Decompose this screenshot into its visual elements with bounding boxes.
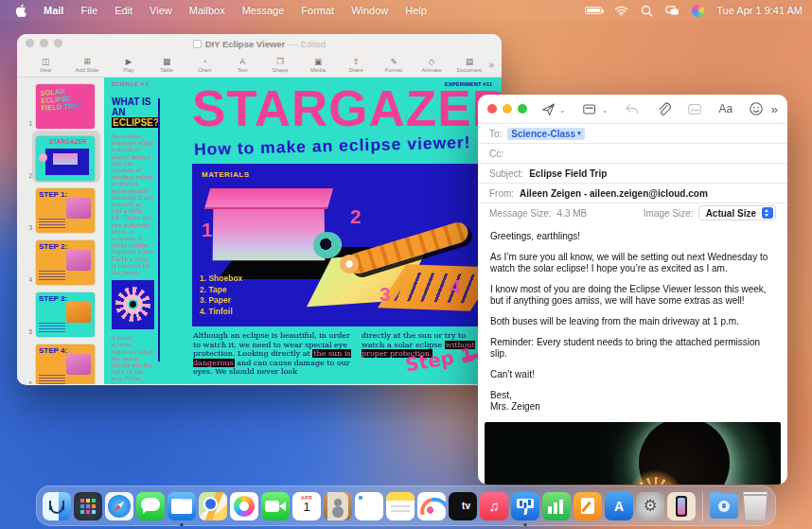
- recipient-token[interactable]: Science-Class▾: [507, 128, 584, 140]
- dock-reminders-icon[interactable]: [355, 492, 383, 520]
- format-button[interactable]: Aa: [718, 98, 733, 119]
- slide-thumbnail-1[interactable]: 1 SOLAR ECLIPSE FIELD TRIP!: [17, 81, 104, 129]
- image-size-select[interactable]: Actual Size: [698, 205, 776, 220]
- dock-iphone-mirroring-icon[interactable]: [667, 492, 696, 520]
- attachment-button[interactable]: [656, 98, 671, 119]
- emoji-button[interactable]: [749, 98, 764, 119]
- menu-view[interactable]: View: [141, 5, 181, 16]
- format-button[interactable]: ✎Format: [375, 53, 413, 78]
- header-fields-button[interactable]: [582, 98, 599, 119]
- minimize-icon[interactable]: [503, 104, 512, 114]
- view-button[interactable]: ◫View: [26, 53, 64, 78]
- dock-apple-tv-icon[interactable]: tv: [449, 492, 477, 520]
- menu-bar-clock[interactable]: Tue Apr 1 9:41 AM: [716, 5, 803, 16]
- slide-thumbnail-4[interactable]: 4 STEP 2:: [17, 238, 104, 285]
- zoom-icon[interactable]: [54, 39, 62, 47]
- close-icon[interactable]: [26, 39, 34, 47]
- dock-system-settings-icon[interactable]: ⚙: [636, 492, 664, 520]
- dock-contacts-icon[interactable]: [324, 492, 352, 520]
- spotlight-icon[interactable]: [641, 5, 653, 17]
- slide-thumbnail-3[interactable]: 3 STEP 1:: [17, 185, 104, 233]
- dock-safari-icon[interactable]: [105, 492, 133, 520]
- text-icon: A: [239, 58, 245, 66]
- media-button[interactable]: ▣Media: [299, 53, 337, 78]
- chart-button[interactable]: ◔Chart: [185, 53, 223, 78]
- cc-field[interactable]: Cc:: [478, 143, 787, 163]
- slide-thumbnail-5[interactable]: 5 STEP 3:: [17, 290, 104, 337]
- dock-photos-icon[interactable]: [230, 492, 258, 520]
- message-body[interactable]: Greetings, earthlings! As I’m sure you a…: [478, 222, 787, 413]
- dock-notes-icon[interactable]: [386, 492, 415, 520]
- from-value: Aileen Zeigen - aileen.zeigen@icloud.com: [520, 188, 708, 199]
- header-fields-chevron-icon[interactable]: ⌄: [602, 106, 609, 115]
- menu-mail[interactable]: Mail: [35, 5, 72, 16]
- keynote-title-bar[interactable]: DIY Eclipse Viewer — Edited: [17, 34, 502, 53]
- slide-canvas[interactable]: SCIENCE 4.2 EXPERIMENT #11 WHAT IS AN EC…: [104, 78, 502, 384]
- shape-button[interactable]: ❐Shape: [261, 53, 299, 78]
- dock-launchpad-icon[interactable]: [74, 492, 102, 520]
- document-button[interactable]: ▤Document: [450, 53, 488, 78]
- insert-photo-button[interactable]: [687, 98, 702, 119]
- menu-edit[interactable]: Edit: [106, 5, 141, 16]
- from-field[interactable]: From: Aileen Zeigen - aileen.zeigen@iclo…: [478, 183, 787, 203]
- zoom-icon[interactable]: [518, 104, 527, 114]
- thumb-illustration: [66, 302, 91, 323]
- document-proxy-icon: [193, 40, 202, 48]
- keynote-traffic-lights[interactable]: [26, 39, 62, 47]
- dock-calendar-icon[interactable]: APR1: [292, 492, 321, 520]
- table-button[interactable]: ▦Table: [148, 53, 185, 78]
- dock-music-icon[interactable]: ♫: [480, 492, 508, 520]
- dock-downloads-icon[interactable]: [710, 492, 738, 520]
- dock-separator: [702, 491, 703, 521]
- dock-finder-icon[interactable]: [43, 492, 71, 520]
- menu-format[interactable]: Format: [292, 5, 343, 16]
- dock-freeform-icon[interactable]: [417, 492, 446, 520]
- siri-icon[interactable]: [692, 5, 704, 17]
- menu-file[interactable]: File: [72, 5, 106, 16]
- dock-mail-icon[interactable]: [168, 492, 196, 520]
- chart-icon: ◔: [202, 58, 206, 66]
- dock-keynote-icon[interactable]: [511, 492, 539, 520]
- dock: APR1 tv ♫ A ⚙: [36, 485, 776, 526]
- control-center-icon[interactable]: [665, 5, 680, 16]
- send-button[interactable]: [540, 98, 556, 119]
- dock-messages-icon[interactable]: [136, 492, 165, 520]
- minimize-icon[interactable]: [40, 39, 48, 47]
- dock-numbers-icon[interactable]: [542, 492, 571, 520]
- menu-mailbox[interactable]: Mailbox: [181, 5, 234, 16]
- dock-maps-icon[interactable]: [199, 492, 227, 520]
- menu-bar: Mail File Edit View Mailbox Message Form…: [0, 0, 812, 21]
- toolbar-overflow-chevron-icon[interactable]: »: [488, 60, 494, 70]
- battery-icon[interactable]: [585, 7, 602, 14]
- apple-menu[interactable]: [15, 4, 27, 17]
- animate-button[interactable]: ◇Animate: [413, 53, 450, 78]
- view-icon: ◫: [42, 58, 49, 66]
- send-chevron-icon[interactable]: ⌄: [559, 106, 566, 115]
- callout-number-2: 2: [350, 205, 362, 228]
- toolbar-overflow-chevron-icon[interactable]: »: [771, 102, 778, 116]
- dock-pages-icon[interactable]: [574, 492, 602, 520]
- body-paragraph: Can’t wait!: [490, 369, 775, 380]
- menu-help[interactable]: Help: [397, 5, 435, 16]
- mail-traffic-lights[interactable]: [487, 104, 527, 114]
- to-field[interactable]: To: Science-Class▾: [478, 123, 787, 143]
- menu-window[interactable]: Window: [343, 5, 397, 16]
- safety-paragraph-col1: Although an eclipse is beautiful, in ord…: [193, 331, 352, 377]
- close-icon[interactable]: [487, 104, 497, 114]
- wifi-icon[interactable]: [614, 5, 628, 16]
- slide-title: STARGAZER: [192, 79, 502, 137]
- eclipse-attachment-image[interactable]: [485, 422, 781, 485]
- play-button[interactable]: ▶Play: [110, 53, 148, 78]
- dock-facetime-icon[interactable]: [261, 492, 290, 520]
- token-chevron-icon[interactable]: ▾: [577, 130, 581, 137]
- reply-button[interactable]: [624, 98, 640, 119]
- dock-trash-icon[interactable]: [741, 492, 769, 520]
- slide-thumbnail-2-selected[interactable]: 2 STARGAZER: [17, 133, 104, 181]
- share-button[interactable]: ⇧Share: [337, 53, 375, 78]
- slide-thumbnail-6[interactable]: 6 STEP 4:: [17, 342, 104, 384]
- text-button[interactable]: AText: [223, 53, 261, 78]
- dock-app-store-icon[interactable]: A: [605, 492, 633, 520]
- menu-message[interactable]: Message: [234, 5, 293, 16]
- subject-field[interactable]: Subject: Eclipse Field Trip: [478, 163, 787, 183]
- add-slide-button[interactable]: ⊞Add Slide: [64, 53, 110, 78]
